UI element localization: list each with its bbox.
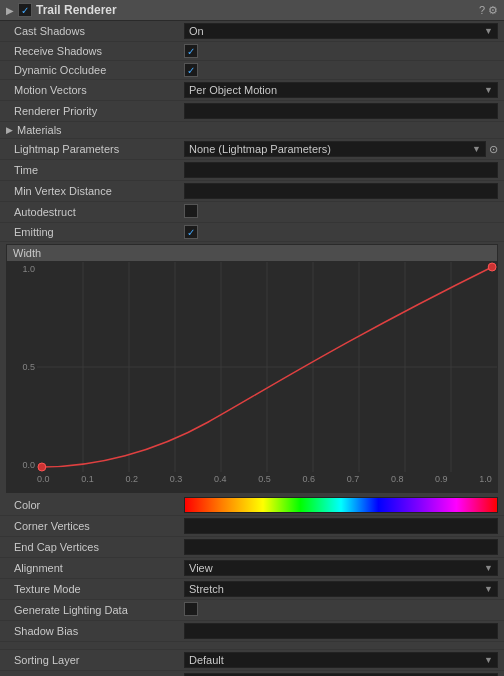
dropdown-arrow-icon: ▼ — [472, 144, 481, 154]
settings-icon[interactable]: ⚙ — [488, 4, 498, 17]
shadow-bias-input[interactable]: 0.5 — [184, 623, 498, 639]
sorting-layer-dropdown[interactable]: Default ▼ — [184, 652, 498, 668]
x-axis-8: 0.8 — [391, 474, 404, 492]
renderer-priority-input[interactable]: 0 — [184, 103, 498, 119]
materials-section[interactable]: ▶ Materials — [0, 122, 504, 139]
materials-label: Materials — [17, 124, 62, 136]
min-vertex-distance-value[interactable]: 0.1 — [184, 183, 498, 199]
order-in-layer-row: Order in Layer 0 — [0, 671, 504, 676]
min-vertex-distance-row: Min Vertex Distance 0.1 — [0, 181, 504, 202]
svg-point-11 — [488, 263, 496, 271]
autodestruct-value[interactable] — [184, 204, 498, 220]
texture-mode-label: Texture Mode — [14, 583, 184, 595]
corner-vertices-input[interactable]: 0 — [184, 518, 498, 534]
curve-area[interactable]: 1.0 0.5 0.0 — [7, 262, 497, 492]
y-axis-top: 1.0 — [22, 264, 35, 274]
generate-lighting-row: Generate Lighting Data — [0, 600, 504, 621]
x-axis-3: 0.3 — [170, 474, 183, 492]
help-icon[interactable]: ? — [479, 4, 485, 17]
motion-vectors-dropdown[interactable]: Per Object Motion ▼ — [184, 82, 498, 98]
component-enabled-checkbox[interactable] — [18, 3, 32, 17]
time-row: Time 5 — [0, 160, 504, 181]
width-label: Width — [7, 245, 497, 262]
lightmap-parameters-dropdown[interactable]: None (Lightmap Parameters) ▼ — [184, 141, 486, 157]
x-axis-2: 0.2 — [125, 474, 138, 492]
emitting-row: Emitting — [0, 223, 504, 242]
dropdown-arrow-icon: ▼ — [484, 26, 493, 36]
end-cap-vertices-label: End Cap Vertices — [14, 541, 184, 553]
corner-vertices-label: Corner Vertices — [14, 520, 184, 532]
dynamic-occludee-checkbox[interactable] — [184, 63, 198, 77]
end-cap-vertices-row: End Cap Vertices 0 — [0, 537, 504, 558]
time-label: Time — [14, 164, 184, 176]
width-curve-svg[interactable] — [37, 262, 497, 472]
alignment-value[interactable]: View ▼ — [184, 560, 498, 576]
lightmap-pick-icon[interactable]: ⊙ — [489, 143, 498, 156]
emitting-value[interactable] — [184, 225, 498, 239]
width-curve-section: Width 1.0 0.5 0.0 — [6, 244, 498, 493]
autodestruct-checkbox[interactable] — [184, 204, 198, 218]
materials-arrow-icon: ▶ — [6, 125, 13, 135]
emitting-label: Emitting — [14, 226, 184, 238]
end-cap-vertices-value[interactable]: 0 — [184, 539, 498, 555]
receive-shadows-checkbox[interactable] — [184, 44, 198, 58]
component-header[interactable]: ▶ Trail Renderer ? ⚙ — [0, 0, 504, 21]
autodestruct-label: Autodestruct — [14, 206, 184, 218]
time-value[interactable]: 5 — [184, 162, 498, 178]
renderer-priority-label: Renderer Priority — [14, 105, 184, 117]
sorting-layer-label: Sorting Layer — [14, 654, 184, 666]
color-label: Color — [14, 499, 184, 511]
x-axis-6: 0.6 — [302, 474, 315, 492]
alignment-row: Alignment View ▼ — [0, 558, 504, 579]
x-axis-7: 0.7 — [347, 474, 360, 492]
generate-lighting-checkbox[interactable] — [184, 602, 198, 616]
alignment-label: Alignment — [14, 562, 184, 574]
header-action-icons: ? ⚙ — [479, 4, 498, 17]
x-axis-5: 0.5 — [258, 474, 271, 492]
x-axis-9: 0.9 — [435, 474, 448, 492]
shadow-bias-label: Shadow Bias — [14, 625, 184, 637]
color-row: Color — [0, 495, 504, 516]
x-axis-10: 1.0 — [479, 474, 492, 492]
y-axis-bottom: 0.0 — [22, 460, 35, 470]
trail-renderer-panel: ▶ Trail Renderer ? ⚙ Cast Shadows On ▼ R… — [0, 0, 504, 676]
renderer-priority-value[interactable]: 0 — [184, 103, 498, 119]
generate-lighting-label: Generate Lighting Data — [14, 604, 184, 616]
dynamic-occludee-value[interactable] — [184, 63, 498, 77]
collapse-arrow-icon[interactable]: ▶ — [6, 5, 14, 16]
motion-vectors-value[interactable]: Per Object Motion ▼ — [184, 82, 498, 98]
lightmap-parameters-value[interactable]: None (Lightmap Parameters) ▼ ⊙ — [184, 141, 498, 157]
x-axis-1: 0.1 — [81, 474, 94, 492]
texture-mode-dropdown[interactable]: Stretch ▼ — [184, 581, 498, 597]
lightmap-parameters-label: Lightmap Parameters — [14, 143, 184, 155]
time-input[interactable]: 5 — [184, 162, 498, 178]
lightmap-parameters-row: Lightmap Parameters None (Lightmap Param… — [0, 139, 504, 160]
dynamic-occludee-label: Dynamic Occludee — [14, 64, 184, 76]
component-title: Trail Renderer — [36, 3, 117, 17]
dropdown-arrow-icon: ▼ — [484, 655, 493, 665]
shadow-bias-value[interactable]: 0.5 — [184, 623, 498, 639]
color-value[interactable] — [184, 497, 498, 513]
cast-shadows-label: Cast Shadows — [14, 25, 184, 37]
sorting-layer-value[interactable]: Default ▼ — [184, 652, 498, 668]
min-vertex-distance-input[interactable]: 0.1 — [184, 183, 498, 199]
dropdown-arrow-icon: ▼ — [484, 563, 493, 573]
cast-shadows-dropdown[interactable]: On ▼ — [184, 23, 498, 39]
y-axis: 1.0 0.5 0.0 — [7, 262, 37, 472]
dropdown-arrow-icon: ▼ — [484, 584, 493, 594]
color-gradient[interactable] — [184, 497, 498, 513]
autodestruct-row: Autodestruct — [0, 202, 504, 223]
dropdown-arrow-icon: ▼ — [484, 85, 493, 95]
corner-vertices-value[interactable]: 0 — [184, 518, 498, 534]
emitting-checkbox[interactable] — [184, 225, 198, 239]
shadow-bias-row: Shadow Bias 0.5 — [0, 621, 504, 642]
cast-shadows-value[interactable]: On ▼ — [184, 23, 498, 39]
alignment-dropdown[interactable]: View ▼ — [184, 560, 498, 576]
end-cap-vertices-input[interactable]: 0 — [184, 539, 498, 555]
x-axis: 0.0 0.1 0.2 0.3 0.4 0.5 0.6 0.7 0.8 0.9 … — [7, 472, 497, 492]
generate-lighting-value[interactable] — [184, 602, 498, 618]
texture-mode-value[interactable]: Stretch ▼ — [184, 581, 498, 597]
x-axis-4: 0.4 — [214, 474, 227, 492]
spacer — [0, 642, 504, 650]
receive-shadows-value[interactable] — [184, 44, 498, 58]
